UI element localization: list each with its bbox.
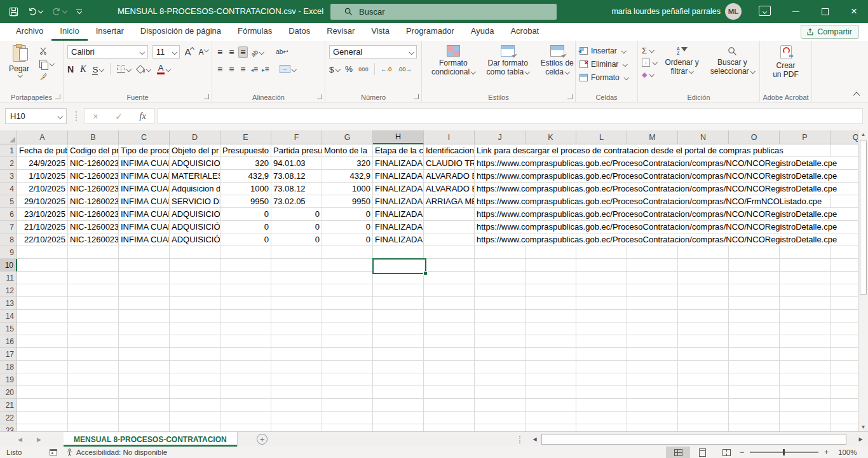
cell-F8[interactable]: 0: [271, 233, 322, 246]
column-header-M[interactable]: M: [627, 130, 678, 144]
align-center-button[interactable]: ≡: [227, 64, 235, 74]
cell-I16[interactable]: [424, 335, 475, 348]
row-header-3[interactable]: 3: [0, 170, 17, 183]
merge-center-button[interactable]: ↔: [280, 65, 296, 73]
cell-E18[interactable]: [220, 361, 271, 373]
cell-H18[interactable]: [373, 361, 424, 373]
cell-H15[interactable]: [373, 323, 424, 335]
cell-E11[interactable]: [220, 272, 271, 284]
cell-F13[interactable]: [271, 297, 322, 310]
cell-I11[interactable]: [424, 272, 475, 284]
cell-N21[interactable]: [678, 399, 729, 412]
cell-Q5[interactable]: [831, 195, 858, 208]
cell-H6[interactable]: FINALIZADA: [373, 208, 424, 221]
cell-M10[interactable]: [627, 259, 678, 272]
increase-font-button[interactable]: A: [184, 46, 194, 57]
cell-B19[interactable]: [68, 373, 119, 386]
cell-O12[interactable]: [729, 284, 780, 297]
cell-C12[interactable]: [119, 284, 170, 297]
formula-input[interactable]: [158, 108, 863, 124]
cell-I8[interactable]: [424, 233, 475, 246]
cell-C8[interactable]: INFIMA CUAN: [119, 233, 170, 246]
redo-button[interactable]: [52, 7, 67, 16]
cell-P13[interactable]: [780, 297, 831, 310]
align-top-button[interactable]: ≡: [216, 47, 224, 57]
user-name[interactable]: maria lourdes peñafiel parrales: [611, 0, 721, 23]
cell-C16[interactable]: [119, 335, 170, 348]
cell-J3[interactable]: https://www.compraspublicas.gob.ec/Proce…: [475, 170, 526, 183]
cell-G2[interactable]: 320: [322, 157, 373, 170]
cell-F14[interactable]: [271, 310, 322, 323]
cell-D11[interactable]: [170, 272, 220, 284]
decrease-indent-button[interactable]: ◂≡: [251, 65, 259, 74]
cell-I17[interactable]: [424, 348, 475, 361]
cell-B6[interactable]: NIC-1260023: [68, 208, 119, 221]
cell-H21[interactable]: [373, 399, 424, 412]
cell-D4[interactable]: Adquisicion d: [170, 183, 220, 195]
cell-H2[interactable]: FINALIZADA: [373, 157, 424, 170]
cell-G7[interactable]: 0: [322, 221, 373, 233]
cell-C15[interactable]: [119, 323, 170, 335]
align-bottom-button[interactable]: ≡: [239, 47, 247, 57]
cell-A18[interactable]: [17, 361, 68, 373]
cell-N19[interactable]: [678, 373, 729, 386]
font-size-combo[interactable]: 11: [153, 45, 180, 59]
cell-P15[interactable]: [780, 323, 831, 335]
cell-E4[interactable]: 1000: [220, 183, 271, 195]
delete-cells-button[interactable]: Eliminar: [580, 59, 634, 70]
cell-J11[interactable]: [475, 272, 526, 284]
cell-N14[interactable]: [678, 310, 729, 323]
alignment-dialog-launcher[interactable]: [317, 94, 322, 99]
cell-K19[interactable]: [526, 373, 576, 386]
cell-P12[interactable]: [780, 284, 831, 297]
cell-G5[interactable]: 9950: [322, 195, 373, 208]
cell-J5[interactable]: https://www.compraspublicas.gob.ec/Proce…: [475, 195, 526, 208]
cell-I21[interactable]: [424, 399, 475, 412]
cell-E15[interactable]: [220, 323, 271, 335]
cell-L21[interactable]: [576, 399, 627, 412]
cell-C2[interactable]: INFIMA CUAN: [119, 157, 170, 170]
decrease-decimal-button[interactable]: .00→: [397, 66, 412, 73]
cell-B12[interactable]: [68, 284, 119, 297]
ribbon-tab-inicio[interactable]: Inicio: [51, 23, 87, 41]
cell-L17[interactable]: [576, 348, 627, 361]
cell-E7[interactable]: 0: [220, 221, 271, 233]
cell-D8[interactable]: ADQUISICIÓN: [170, 233, 220, 246]
cell-B5[interactable]: NIC-1260023: [68, 195, 119, 208]
row-header-6[interactable]: 6: [0, 208, 17, 221]
cell-K20[interactable]: [526, 386, 576, 399]
cell-C21[interactable]: [119, 399, 170, 412]
page-break-view-button[interactable]: [714, 447, 738, 458]
cell-B23[interactable]: [68, 424, 119, 431]
cell-O19[interactable]: [729, 373, 780, 386]
cell-H8[interactable]: FINALIZADA: [373, 233, 424, 246]
cell-L20[interactable]: [576, 386, 627, 399]
cell-I2[interactable]: CLAUDIO TRU: [424, 157, 475, 170]
cell-A15[interactable]: [17, 323, 68, 335]
cell-J23[interactable]: [475, 424, 526, 431]
cell-E14[interactable]: [220, 310, 271, 323]
ribbon-tab-acrobat[interactable]: Acrobat: [502, 23, 547, 41]
cell-K21[interactable]: [526, 399, 576, 412]
bold-button[interactable]: N: [67, 64, 74, 74]
cell-O21[interactable]: [729, 399, 780, 412]
cell-E8[interactable]: 0: [220, 233, 271, 246]
column-header-J[interactable]: J: [475, 130, 526, 144]
cell-D23[interactable]: [170, 424, 220, 431]
cell-C17[interactable]: [119, 348, 170, 361]
cell-O23[interactable]: [729, 424, 780, 431]
cell-J18[interactable]: [475, 361, 526, 373]
cell-C14[interactable]: [119, 310, 170, 323]
autosum-button[interactable]: Σ: [642, 45, 657, 55]
cell-M23[interactable]: [627, 424, 678, 431]
paste-button[interactable]: Pegar: [4, 43, 34, 85]
cell-B7[interactable]: NIC-1260023: [68, 221, 119, 233]
accessibility-status[interactable]: Accesibilidad: No disponible: [66, 447, 167, 458]
cell-N18[interactable]: [678, 361, 729, 373]
cell-B16[interactable]: [68, 335, 119, 348]
row-header-14[interactable]: 14: [0, 310, 17, 323]
cell-B14[interactable]: [68, 310, 119, 323]
cell-K16[interactable]: [526, 335, 576, 348]
cell-L12[interactable]: [576, 284, 627, 297]
undo-button[interactable]: [28, 7, 43, 16]
